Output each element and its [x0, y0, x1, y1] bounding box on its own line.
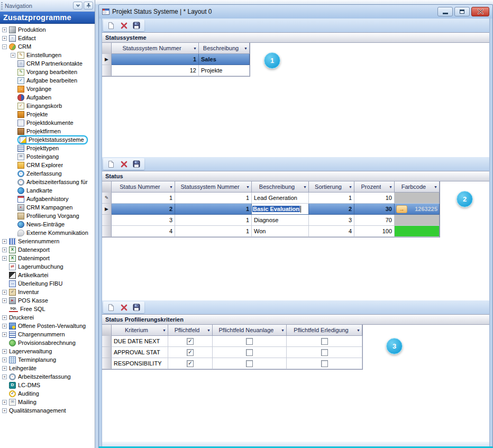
close-button[interactable]: [471, 7, 489, 16]
sidebar-item-crm-partnerkontakte[interactable]: ○CRM Partnerkontakte: [2, 59, 95, 68]
sidebar-item-druckerei[interactable]: +Druckerei: [2, 313, 95, 322]
cell-pflichtfeld[interactable]: ✓: [168, 336, 213, 347]
filter-dropdown-icon[interactable]: ▼: [281, 328, 285, 332]
expand-plus-icon[interactable]: +: [2, 349, 7, 354]
checkbox-unchecked-icon[interactable]: [321, 338, 328, 345]
expand-plus-icon[interactable]: +: [11, 53, 15, 58]
column-header-statussystem-nummer[interactable]: Statussystem Nummer▼: [175, 181, 252, 193]
checkbox-checked-icon[interactable]: ✓: [187, 360, 194, 367]
sidebar-item-einstellungen[interactable]: +✎Einstellungen: [2, 51, 95, 59]
cell-prozent[interactable]: 10: [354, 193, 395, 204]
sidebar-item-projektdokumente[interactable]: Projektdokumente: [2, 118, 95, 127]
cell-kriterium[interactable]: DUE DATE NEXT: [112, 336, 168, 347]
sidebar-item-lc-dms[interactable]: DLC-DMS: [2, 381, 95, 389]
filter-dropdown-icon[interactable]: ▼: [244, 47, 248, 50]
filter-dropdown-icon[interactable]: ▼: [357, 328, 360, 332]
expand-plus-icon[interactable]: +: [2, 358, 7, 362]
cell-statussystem-nummer[interactable]: 12: [112, 65, 199, 76]
column-header-pflichtfeld-neuanlage[interactable]: Pflichtfeld Neuanlage▼: [213, 325, 287, 336]
expand-plus-icon[interactable]: +: [2, 248, 7, 252]
sidebar-item-datenexport[interactable]: +XDatenexport: [2, 245, 95, 254]
sidebar-item-chargennummern[interactable]: +Chargennummern: [2, 330, 95, 339]
cell-sortierung[interactable]: 4: [309, 226, 354, 237]
sidebar-item-news-eintr-ge[interactable]: News-Einträge: [2, 220, 95, 228]
cell-status-nummer[interactable]: 4: [112, 226, 175, 237]
expand-plus-icon[interactable]: +: [2, 28, 7, 32]
filter-dropdown-icon[interactable]: ▼: [162, 328, 166, 332]
new-record-button[interactable]: [106, 302, 116, 313]
expand-plus-icon[interactable]: +: [2, 408, 7, 413]
save-button[interactable]: [131, 302, 142, 313]
sidebar-item-vorg-nge[interactable]: →Vorgänge: [2, 85, 95, 93]
cell-beschreibung[interactable]: Projekte: [199, 65, 250, 76]
cell-beschreibung[interactable]: Diagnose: [252, 215, 309, 226]
cell-farbcode-color[interactable]: [395, 215, 440, 226]
checkbox-unchecked-icon[interactable]: [246, 360, 253, 367]
checkbox-unchecked-icon[interactable]: [321, 360, 328, 367]
sidebar-item-arbeitszeiterfassung[interactable]: +·Arbeitszeiterfassung: [2, 372, 95, 381]
cell-beschreibung-editing[interactable]: Basic Evaluation: [252, 204, 309, 215]
sidebar-item-externe-kommunikation[interactable]: Externe Kommunikation: [2, 228, 95, 237]
cell-prozent[interactable]: 30: [354, 204, 395, 215]
cell-pflichtfeld[interactable]: ✓: [168, 347, 213, 358]
cell-kriterium[interactable]: APPROVAL STAT: [112, 347, 168, 358]
cell-pflichtfeld-erledigung[interactable]: [287, 336, 362, 347]
cell-statussystem-nummer[interactable]: 1: [175, 215, 252, 226]
cell-kriterium[interactable]: RESPONSIBILITY: [112, 358, 168, 369]
collapse-minus-icon[interactable]: −: [2, 44, 7, 49]
sidebar-item-free-sql[interactable]: SQLFree SQL: [2, 305, 95, 313]
sidebar-item-landkarte[interactable]: Landkarte: [2, 186, 95, 195]
column-header-status-nummer[interactable]: Status Nummer▼: [112, 181, 175, 193]
cell-sortierung[interactable]: 1: [309, 193, 354, 204]
column-header-prozent[interactable]: Prozent▼: [354, 181, 395, 193]
cell-prozent[interactable]: 70: [354, 215, 395, 226]
filter-dropdown-icon[interactable]: ▼: [207, 328, 211, 332]
sidebar-item-inventur[interactable]: +✓Inventur: [2, 288, 95, 296]
sidebar-item-produktion[interactable]: +Produktion: [2, 25, 95, 34]
navigation-titlebar[interactable]: Navigation: [0, 0, 95, 12]
sidebar-item-edifact[interactable]: +▫Edifact: [2, 34, 95, 42]
cell-beschreibung[interactable]: Lead Generation: [252, 193, 309, 204]
expand-plus-icon[interactable]: +: [2, 239, 7, 244]
column-header-pflichtfeld[interactable]: Pflichtfeld▼: [168, 325, 213, 336]
sidebar-item-vorgang-bearbeiten[interactable]: ✎Vorgang bearbeiten: [2, 68, 95, 76]
sidebar-item-mailing[interactable]: +✉Mailing: [2, 398, 95, 406]
sidebar-item-provisionsabrechnung[interactable]: Provisionsabrechnung: [2, 339, 95, 347]
column-header-farbcode[interactable]: Farbcode▼: [395, 181, 440, 193]
new-record-button[interactable]: [106, 20, 116, 31]
filter-dropdown-icon[interactable]: ▼: [434, 185, 437, 189]
expand-plus-icon[interactable]: +: [2, 332, 7, 337]
sidebar-item-profilierung-vorgang[interactable]: Profilierung Vorgang: [2, 212, 95, 220]
cell-pflichtfeld-neuanlage[interactable]: [213, 336, 287, 347]
sidebar-item-projektfirmen[interactable]: Projektfirmen: [2, 127, 95, 135]
column-header-kriterium[interactable]: Kriterium▼: [112, 325, 168, 336]
sidebar-item-posteingang[interactable]: ✉Posteingang: [2, 152, 95, 161]
cell-statussystem-nummer[interactable]: 1: [175, 204, 252, 215]
farbcode-arrow-button[interactable]: →: [396, 205, 407, 213]
cell-statussystem-nummer[interactable]: 1: [112, 54, 199, 65]
expand-plus-icon[interactable]: +: [2, 36, 7, 41]
cell-pflichtfeld-neuanlage[interactable]: [213, 347, 287, 358]
sidebar-item-qualit-tsmanagement[interactable]: +Qualitätsmanagement: [2, 406, 95, 415]
minimize-button[interactable]: [437, 7, 453, 16]
column-header-statussystem-nummer[interactable]: Statussystem Nummer▼: [112, 43, 199, 54]
sidebar-item-terminplanung[interactable]: +Terminplanung: [2, 355, 95, 364]
expand-plus-icon[interactable]: +: [2, 256, 7, 261]
cell-pflichtfeld-erledigung[interactable]: [287, 358, 362, 369]
sidebar-item-berleitung-fibu[interactable]: ↔Überleitung FIBU: [2, 279, 95, 288]
checkbox-unchecked-icon[interactable]: [321, 349, 328, 356]
sidebar-item-seriennummern[interactable]: +Seriennummern: [2, 237, 95, 245]
cell-status-nummer[interactable]: 3: [112, 215, 175, 226]
sidebar-item-crm[interactable]: −CRM: [2, 42, 95, 51]
sidebar-item-pos-kasse[interactable]: +▸POS Kasse: [2, 296, 95, 305]
delete-record-button[interactable]: [118, 302, 129, 313]
sidebar-item-aufgabe-bearbeiten[interactable]: ✓Aufgabe bearbeiten: [2, 76, 95, 85]
checkbox-unchecked-icon[interactable]: [246, 338, 253, 345]
cell-farbcode-color[interactable]: [395, 226, 440, 237]
column-header-beschreibung[interactable]: Beschreibung▼: [252, 181, 309, 193]
expand-plus-icon[interactable]: +: [2, 374, 7, 379]
checkbox-checked-icon[interactable]: ✓: [187, 349, 194, 356]
filter-dropdown-icon[interactable]: ▼: [389, 185, 392, 189]
checkbox-checked-icon[interactable]: ✓: [187, 338, 194, 345]
filter-dropdown-icon[interactable]: ▼: [169, 185, 173, 189]
